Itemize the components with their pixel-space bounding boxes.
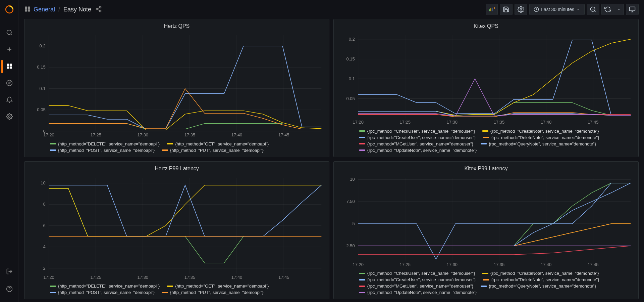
svg-text:0.2: 0.2 xyxy=(349,37,355,42)
time-range-picker[interactable]: Last 30 minutes xyxy=(529,4,585,15)
legend-item[interactable]: {http_method="PUT", service_name="demoap… xyxy=(162,290,264,295)
chart-plot: 24681017:2017:2517:3017:3517:4017:45 xyxy=(27,175,326,282)
legend-swatch xyxy=(359,273,365,274)
legend-label: {rpc_method="UpdateNote", service_name="… xyxy=(367,290,477,295)
chart-legend: {http_method="DELETE", service_name="dem… xyxy=(27,282,326,296)
svg-line-29 xyxy=(594,11,596,12)
breadcrumb-folder[interactable]: General xyxy=(34,6,55,13)
legend-label: {rpc_method="DeleteNote", service_name="… xyxy=(491,135,599,140)
zoom-out-button[interactable] xyxy=(587,4,599,15)
legend-swatch xyxy=(359,149,365,151)
dashboards-nav-icon[interactable] xyxy=(24,6,31,13)
svg-text:17:20: 17:20 xyxy=(43,275,54,280)
legend-item[interactable]: {rpc_method="QueryNote", service_name="d… xyxy=(481,141,596,146)
svg-rect-18 xyxy=(28,9,30,11)
legend-swatch xyxy=(481,286,487,287)
breadcrumb-separator: / xyxy=(58,6,60,13)
view-mode-button[interactable] xyxy=(626,4,639,15)
explore-nav[interactable] xyxy=(1,75,17,91)
legend-item[interactable]: {http_method="DELETE", service_name="dem… xyxy=(50,284,160,289)
svg-text:0.05: 0.05 xyxy=(346,96,355,101)
legend-item[interactable]: {rpc_method="CheckUser", service_name="d… xyxy=(359,129,475,134)
svg-text:17:35: 17:35 xyxy=(184,133,195,138)
legend-label: {http_method="PUT", service_name="demoap… xyxy=(170,290,264,295)
grafana-logo[interactable] xyxy=(4,4,15,15)
svg-text:2: 2 xyxy=(43,265,45,270)
legend-label: {rpc_method="MGetUser", service_name="de… xyxy=(367,141,473,146)
legend-label: {rpc_method="QueryNote", service_name="d… xyxy=(489,284,596,289)
legend-item[interactable]: {rpc_method="DeleteNote", service_name="… xyxy=(483,277,599,282)
legend-item[interactable]: {http_method="POST", service_name="demoa… xyxy=(50,290,155,295)
svg-text:17:35: 17:35 xyxy=(494,262,504,267)
legend-item[interactable]: {rpc_method="UpdateNote", service_name="… xyxy=(359,290,477,295)
panel-title: Kitex P99 Latency xyxy=(334,162,638,174)
svg-text:17:30: 17:30 xyxy=(138,275,148,280)
legend-label: {rpc_method="CreateUser", service_name="… xyxy=(367,277,476,282)
topbar: General / Easy Note + Last 30 minutes xyxy=(19,0,644,19)
legend-item[interactable]: {rpc_method="QueryNote", service_name="d… xyxy=(481,284,596,289)
legend-item[interactable]: {rpc_method="MGetUser", service_name="de… xyxy=(359,284,473,289)
svg-text:0.1: 0.1 xyxy=(349,76,355,81)
legend-item[interactable]: {rpc_method="CheckUser", service_name="d… xyxy=(359,271,475,276)
svg-text:17:30: 17:30 xyxy=(447,120,458,125)
legend-item[interactable]: {http_method="POST", service_name="demoa… xyxy=(50,148,155,153)
legend-label: {http_method="POST", service_name="demoa… xyxy=(58,290,155,295)
legend-item[interactable]: {rpc_method="CreateUser", service_name="… xyxy=(359,135,476,140)
svg-text:17:20: 17:20 xyxy=(43,133,54,138)
add-panel-button[interactable]: + xyxy=(486,4,498,15)
svg-text:6: 6 xyxy=(43,223,45,228)
svg-point-19 xyxy=(100,6,101,8)
share-icon[interactable] xyxy=(95,6,102,13)
panel-hertz_p99[interactable]: Hertz P99 Latency 24681017:2017:2517:301… xyxy=(24,161,329,300)
svg-text:17:35: 17:35 xyxy=(184,275,195,280)
time-range-label: Last 30 minutes xyxy=(541,7,574,12)
plus-icon xyxy=(6,46,13,54)
legend-swatch xyxy=(483,279,489,281)
svg-text:4: 4 xyxy=(43,244,45,249)
legend-item[interactable]: {http_method="GET", service_name="demoap… xyxy=(167,141,269,146)
svg-text:17:25: 17:25 xyxy=(90,133,101,138)
legend-item[interactable]: {http_method="GET", service_name="demoap… xyxy=(167,284,269,289)
dashboards-nav[interactable] xyxy=(1,58,17,75)
legend-label: {rpc_method="UpdateNote", service_name="… xyxy=(367,148,477,153)
search-nav[interactable] xyxy=(1,25,17,41)
save-dashboard-button[interactable] xyxy=(500,4,513,15)
legend-item[interactable]: {http_method="DELETE", service_name="dem… xyxy=(50,141,160,146)
gear-nav[interactable] xyxy=(1,109,17,125)
svg-text:0.15: 0.15 xyxy=(346,56,355,61)
bell-nav[interactable] xyxy=(1,92,17,108)
refresh-button[interactable] xyxy=(601,4,614,15)
help-icon xyxy=(6,286,13,293)
legend-item[interactable]: {rpc_method="DeleteNote", service_name="… xyxy=(483,135,599,140)
signin-nav[interactable] xyxy=(1,264,17,280)
legend-item[interactable]: {http_method="PUT", service_name="demoap… xyxy=(162,148,264,153)
legend-item[interactable]: {rpc_method="CreateNote", service_name="… xyxy=(482,129,599,134)
legend-item[interactable]: {rpc_method="CreateNote", service_name="… xyxy=(482,271,599,276)
legend-swatch xyxy=(50,143,56,144)
breadcrumb: General / Easy Note xyxy=(34,6,91,13)
svg-line-2 xyxy=(10,34,12,35)
panel-hertz_qps[interactable]: Hertz QPS 00.050.10.150.217:2017:2517:30… xyxy=(24,19,329,157)
plus-nav[interactable] xyxy=(1,42,17,58)
legend-item[interactable]: {rpc_method="CreateUser", service_name="… xyxy=(359,277,476,282)
legend-item[interactable]: {rpc_method="MGetUser", service_name="de… xyxy=(359,141,473,146)
dashboard-settings-button[interactable] xyxy=(515,4,527,15)
legend-swatch xyxy=(359,130,365,132)
svg-text:0.2: 0.2 xyxy=(40,43,46,48)
chart-plot: 0.050.10.150.217:2017:2517:3017:3517:401… xyxy=(336,33,635,127)
legend-item[interactable]: {rpc_method="UpdateNote", service_name="… xyxy=(359,148,477,153)
svg-text:17:20: 17:20 xyxy=(353,262,363,267)
legend-label: {http_method="DELETE", service_name="dem… xyxy=(58,284,160,289)
legend-swatch xyxy=(50,286,56,287)
chart-legend: {rpc_method="CheckUser", service_name="d… xyxy=(336,127,635,154)
refresh-interval-picker[interactable] xyxy=(614,4,624,15)
legend-label: {http_method="DELETE", service_name="dem… xyxy=(58,141,160,146)
svg-rect-8 xyxy=(9,66,12,69)
svg-text:17:45: 17:45 xyxy=(588,120,598,125)
legend-label: {http_method="GET", service_name="demoap… xyxy=(175,141,269,146)
svg-text:17:40: 17:40 xyxy=(231,275,242,280)
panel-kitex_qps[interactable]: Kitex QPS 0.050.10.150.217:2017:2517:301… xyxy=(333,19,639,157)
help-nav[interactable] xyxy=(1,281,17,297)
panel-kitex_p99[interactable]: Kitex P99 Latency 2.5057.501017:2017:251… xyxy=(333,161,639,300)
svg-rect-22 xyxy=(489,9,490,11)
